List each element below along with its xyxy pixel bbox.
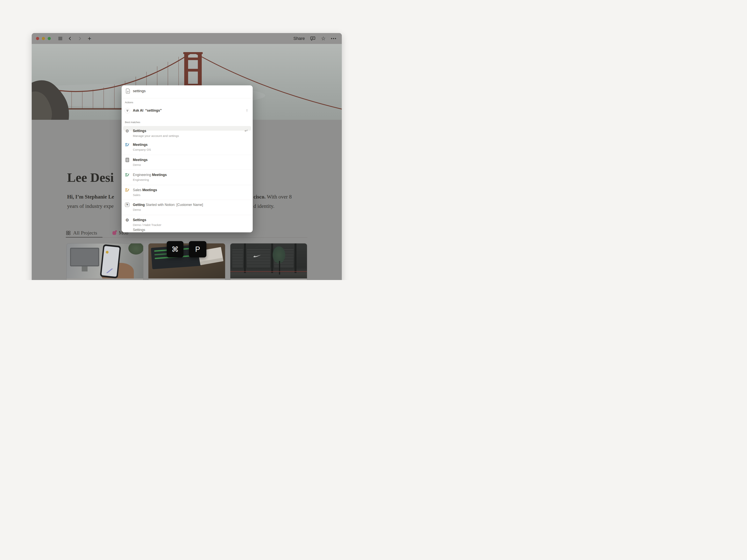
meeting-notes-green-icon xyxy=(125,172,130,177)
meeting-notes-blue-icon xyxy=(125,142,130,147)
p-key: P xyxy=(189,241,206,258)
return-arrow-icon: ↵ xyxy=(244,128,248,133)
up-arrow-icon: ↑ xyxy=(246,108,248,113)
grid-view-icon xyxy=(66,231,71,235)
actions-section-label: Actions xyxy=(125,101,133,104)
nike-swoosh-icon xyxy=(253,255,261,258)
best-matches-section-label: Best matches xyxy=(125,121,140,124)
gear-outline-icon: ⚙ xyxy=(125,128,130,133)
ask-ai-action[interactable]: Ask AI “settings” ↑ xyxy=(122,106,253,116)
card-image-music-player xyxy=(149,243,225,278)
meeting-notes-yellow-icon xyxy=(125,187,130,192)
mobile-app-icon xyxy=(112,231,116,235)
card-image-nike-storefront xyxy=(230,243,307,278)
document-gray-icon xyxy=(125,157,130,162)
page-doc-icon xyxy=(126,88,130,94)
favorite-star-icon[interactable]: ☆ xyxy=(321,36,326,41)
notion-ai-face-icon xyxy=(125,108,130,113)
share-button[interactable]: Share xyxy=(293,36,305,41)
close-window-button[interactable] xyxy=(36,37,39,40)
command-key: ⌘ xyxy=(167,241,183,258)
new-page-icon[interactable]: + xyxy=(87,36,92,41)
back-icon[interactable] xyxy=(68,36,73,41)
intro-paragraph-right: cisco. With over 8 d identity. xyxy=(254,192,312,211)
project-card-desktop-app[interactable]: Sp ca Desktop xyxy=(149,243,225,280)
comments-icon[interactable] xyxy=(310,36,315,41)
search-input[interactable]: settings xyxy=(133,88,146,94)
card-image-weather-app xyxy=(67,243,143,278)
sidebar-toggle-icon[interactable] xyxy=(58,36,63,41)
zoom-window-button[interactable] xyxy=(48,37,51,40)
notion-logo-icon: N xyxy=(125,202,130,207)
window-titlebar: + Share ☆ ••• xyxy=(32,33,342,44)
project-card-weather-monitor[interactable]: Weather Monitor App Mobile xyxy=(67,243,143,280)
intro-paragraph-left: Hi, I’m Stephanie Le years of industry e… xyxy=(67,192,122,211)
search-modal: settings Actions Ask AI “settings” ↑ Bes… xyxy=(122,85,253,232)
project-card-just-do-it[interactable]: “Just do it” 2024 Campaign Brand xyxy=(230,243,307,280)
gear-solid-icon: ⚙ xyxy=(125,217,130,222)
more-options-icon[interactable]: ••• xyxy=(331,36,336,41)
tab-all-projects[interactable]: All Projects xyxy=(66,230,97,236)
minimize-window-button[interactable] xyxy=(42,37,45,40)
page-title: Lee Desi xyxy=(67,170,122,185)
forward-icon[interactable] xyxy=(77,36,82,41)
tabs-divider xyxy=(66,237,307,238)
traffic-lights xyxy=(36,37,51,40)
